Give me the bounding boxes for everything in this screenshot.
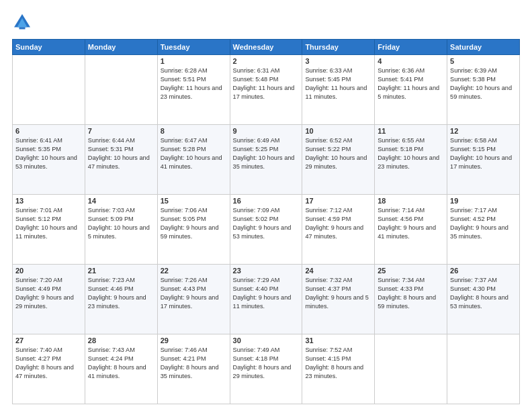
calendar-cell <box>13 55 85 125</box>
day-number: 24 <box>305 267 371 275</box>
calendar-week-row: 20Sunrise: 7:20 AM Sunset: 4:49 PM Dayli… <box>13 265 520 334</box>
calendar-cell: 31Sunrise: 7:52 AM Sunset: 4:15 PM Dayli… <box>302 334 375 404</box>
cell-info: Sunrise: 6:55 AM Sunset: 5:18 PM Dayligh… <box>378 136 444 171</box>
weekday-header-cell: Saturday <box>447 40 520 55</box>
day-number: 7 <box>88 127 154 135</box>
day-number: 28 <box>88 336 154 345</box>
cell-info: Sunrise: 7:49 AM Sunset: 4:18 PM Dayligh… <box>233 346 300 381</box>
cell-info: Sunrise: 6:58 AM Sunset: 5:15 PM Dayligh… <box>450 136 517 171</box>
calendar-cell: 5Sunrise: 6:39 AM Sunset: 5:38 PM Daylig… <box>447 55 520 125</box>
calendar-cell: 25Sunrise: 7:34 AM Sunset: 4:33 PM Dayli… <box>375 265 447 334</box>
calendar-cell: 24Sunrise: 7:32 AM Sunset: 4:37 PM Dayli… <box>302 265 375 334</box>
day-number: 27 <box>15 336 82 345</box>
cell-info: Sunrise: 7:12 AM Sunset: 4:59 PM Dayligh… <box>305 206 371 241</box>
cell-info: Sunrise: 6:44 AM Sunset: 5:31 PM Dayligh… <box>88 136 154 171</box>
day-number: 10 <box>305 127 371 135</box>
cell-info: Sunrise: 6:41 AM Sunset: 5:35 PM Dayligh… <box>15 136 82 171</box>
calendar-cell: 9Sunrise: 6:49 AM Sunset: 5:25 PM Daylig… <box>230 125 302 195</box>
day-number: 11 <box>378 127 444 135</box>
day-number: 13 <box>15 197 82 205</box>
cell-info: Sunrise: 7:23 AM Sunset: 4:46 PM Dayligh… <box>88 276 154 311</box>
calendar-cell: 20Sunrise: 7:20 AM Sunset: 4:49 PM Dayli… <box>13 265 85 334</box>
cell-info: Sunrise: 7:20 AM Sunset: 4:49 PM Dayligh… <box>15 276 82 311</box>
calendar-cell: 7Sunrise: 6:44 AM Sunset: 5:31 PM Daylig… <box>85 125 157 195</box>
calendar-cell <box>85 55 157 125</box>
cell-info: Sunrise: 7:52 AM Sunset: 4:15 PM Dayligh… <box>305 346 371 381</box>
calendar-cell: 1Sunrise: 6:28 AM Sunset: 5:51 PM Daylig… <box>157 55 230 125</box>
weekday-header-cell: Monday <box>85 40 157 55</box>
calendar-week-row: 13Sunrise: 7:01 AM Sunset: 5:12 PM Dayli… <box>13 195 520 265</box>
calendar-cell: 12Sunrise: 6:58 AM Sunset: 5:15 PM Dayli… <box>447 125 520 195</box>
page: SundayMondayTuesdayWednesdayThursdayFrid… <box>0 0 532 411</box>
day-number: 25 <box>378 267 444 275</box>
day-number: 21 <box>88 267 154 275</box>
day-number: 1 <box>161 57 227 65</box>
cell-info: Sunrise: 7:46 AM Sunset: 4:21 PM Dayligh… <box>161 346 227 381</box>
calendar-cell: 4Sunrise: 6:36 AM Sunset: 5:41 PM Daylig… <box>375 55 447 125</box>
day-number: 16 <box>233 197 300 205</box>
day-number: 14 <box>88 197 154 205</box>
calendar-week-row: 6Sunrise: 6:41 AM Sunset: 5:35 PM Daylig… <box>13 125 520 195</box>
day-number: 22 <box>161 267 227 275</box>
calendar-body: 1Sunrise: 6:28 AM Sunset: 5:51 PM Daylig… <box>13 55 520 404</box>
cell-info: Sunrise: 7:14 AM Sunset: 4:56 PM Dayligh… <box>378 206 444 241</box>
cell-info: Sunrise: 7:40 AM Sunset: 4:27 PM Dayligh… <box>15 346 82 381</box>
day-number: 4 <box>378 57 444 65</box>
cell-info: Sunrise: 6:36 AM Sunset: 5:41 PM Dayligh… <box>378 66 444 101</box>
cell-info: Sunrise: 7:32 AM Sunset: 4:37 PM Dayligh… <box>305 276 371 311</box>
cell-info: Sunrise: 6:31 AM Sunset: 5:48 PM Dayligh… <box>233 66 300 101</box>
calendar-cell <box>375 334 447 404</box>
calendar-cell: 2Sunrise: 6:31 AM Sunset: 5:48 PM Daylig… <box>230 55 302 125</box>
cell-info: Sunrise: 6:52 AM Sunset: 5:22 PM Dayligh… <box>305 136 371 171</box>
cell-info: Sunrise: 6:47 AM Sunset: 5:28 PM Dayligh… <box>161 136 227 171</box>
day-number: 29 <box>161 336 227 345</box>
cell-info: Sunrise: 6:49 AM Sunset: 5:25 PM Dayligh… <box>233 136 300 171</box>
weekday-header-cell: Friday <box>375 40 447 55</box>
calendar-cell: 3Sunrise: 6:33 AM Sunset: 5:45 PM Daylig… <box>302 55 375 125</box>
weekday-header-cell: Tuesday <box>157 40 230 55</box>
day-number: 3 <box>305 57 371 65</box>
day-number: 2 <box>233 57 300 65</box>
calendar-table: SundayMondayTuesdayWednesdayThursdayFrid… <box>12 39 520 404</box>
logo <box>12 12 35 32</box>
calendar-cell: 28Sunrise: 7:43 AM Sunset: 4:24 PM Dayli… <box>85 334 157 404</box>
calendar-cell: 23Sunrise: 7:29 AM Sunset: 4:40 PM Dayli… <box>230 265 302 334</box>
cell-info: Sunrise: 7:09 AM Sunset: 5:02 PM Dayligh… <box>233 206 300 241</box>
weekday-header-cell: Sunday <box>13 40 85 55</box>
day-number: 31 <box>305 336 371 345</box>
calendar-cell: 10Sunrise: 6:52 AM Sunset: 5:22 PM Dayli… <box>302 125 375 195</box>
cell-info: Sunrise: 7:17 AM Sunset: 4:52 PM Dayligh… <box>450 206 517 241</box>
cell-info: Sunrise: 7:37 AM Sunset: 4:30 PM Dayligh… <box>450 276 517 311</box>
cell-info: Sunrise: 7:06 AM Sunset: 5:05 PM Dayligh… <box>161 206 227 241</box>
day-number: 18 <box>378 197 444 205</box>
calendar-cell: 21Sunrise: 7:23 AM Sunset: 4:46 PM Dayli… <box>85 265 157 334</box>
cell-info: Sunrise: 6:33 AM Sunset: 5:45 PM Dayligh… <box>305 66 371 101</box>
calendar-cell: 13Sunrise: 7:01 AM Sunset: 5:12 PM Dayli… <box>13 195 85 265</box>
calendar-week-row: 1Sunrise: 6:28 AM Sunset: 5:51 PM Daylig… <box>13 55 520 125</box>
cell-info: Sunrise: 7:43 AM Sunset: 4:24 PM Dayligh… <box>88 346 154 381</box>
cell-info: Sunrise: 7:29 AM Sunset: 4:40 PM Dayligh… <box>233 276 300 311</box>
calendar-cell: 17Sunrise: 7:12 AM Sunset: 4:59 PM Dayli… <box>302 195 375 265</box>
day-number: 20 <box>15 267 82 275</box>
day-number: 9 <box>233 127 300 135</box>
calendar-cell: 6Sunrise: 6:41 AM Sunset: 5:35 PM Daylig… <box>13 125 85 195</box>
day-number: 23 <box>233 267 300 275</box>
cell-info: Sunrise: 7:34 AM Sunset: 4:33 PM Dayligh… <box>378 276 444 311</box>
weekday-header-cell: Wednesday <box>230 40 302 55</box>
calendar-cell: 16Sunrise: 7:09 AM Sunset: 5:02 PM Dayli… <box>230 195 302 265</box>
weekday-header-cell: Thursday <box>302 40 375 55</box>
cell-info: Sunrise: 7:03 AM Sunset: 5:09 PM Dayligh… <box>88 206 154 241</box>
calendar-cell: 14Sunrise: 7:03 AM Sunset: 5:09 PM Dayli… <box>85 195 157 265</box>
day-number: 30 <box>233 336 300 345</box>
logo-icon <box>12 12 32 32</box>
day-number: 17 <box>305 197 371 205</box>
cell-info: Sunrise: 6:39 AM Sunset: 5:38 PM Dayligh… <box>450 66 517 101</box>
calendar-cell: 15Sunrise: 7:06 AM Sunset: 5:05 PM Dayli… <box>157 195 230 265</box>
calendar-cell: 19Sunrise: 7:17 AM Sunset: 4:52 PM Dayli… <box>447 195 520 265</box>
weekday-header-row: SundayMondayTuesdayWednesdayThursdayFrid… <box>13 40 520 55</box>
day-number: 15 <box>161 197 227 205</box>
day-number: 12 <box>450 127 517 135</box>
calendar-cell <box>447 334 520 404</box>
cell-info: Sunrise: 7:01 AM Sunset: 5:12 PM Dayligh… <box>15 206 82 241</box>
cell-info: Sunrise: 6:28 AM Sunset: 5:51 PM Dayligh… <box>161 66 227 101</box>
